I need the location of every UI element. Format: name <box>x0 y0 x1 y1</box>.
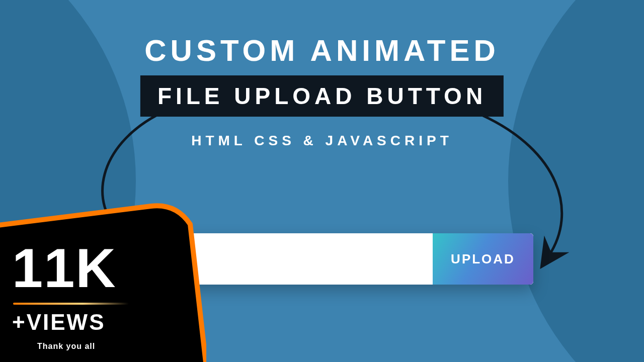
badge-divider <box>13 303 129 305</box>
thumbnail-stage: CUSTOM ANIMATED FILE UPLOAD BUTTON HTML … <box>0 0 644 362</box>
views-label: +VIEWS <box>12 310 129 335</box>
thanks-text: Thank you all <box>37 342 129 351</box>
views-count: 11K <box>12 240 129 296</box>
upload-button[interactable]: UPLOAD <box>433 233 533 285</box>
views-badge: 11K +VIEWS Thank you all <box>0 191 201 362</box>
